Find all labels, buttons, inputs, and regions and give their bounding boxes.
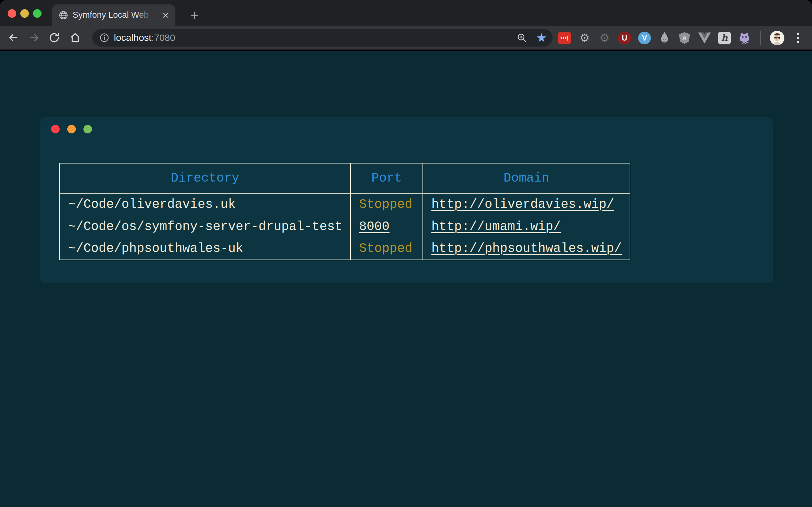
domain-link[interactable]: http://oliverdavies.wip/ [432, 198, 614, 212]
table-header-row: Directory Port Domain [60, 163, 630, 193]
column-header-domain: Domain [423, 163, 630, 193]
terminal-dots [51, 125, 92, 133]
directory-cell: ~/Code/oliverdavies.uk [60, 193, 351, 216]
url-host: localhost [114, 32, 151, 43]
forward-button[interactable] [27, 31, 41, 45]
directory-cell: ~/Code/os/symfony-server-drupal-test [60, 216, 351, 238]
address-bar[interactable]: localhost:7080 ★ [92, 29, 553, 47]
window-controls [8, 9, 42, 18]
url-port: :7080 [151, 32, 175, 43]
terminal-card: Directory Port Domain ~/Code/oliverdavie… [40, 117, 773, 283]
home-button[interactable] [68, 31, 82, 45]
lastpass-extension-icon[interactable]: •••| [558, 32, 571, 44]
zoom-icon[interactable] [516, 32, 527, 43]
table-row: ~/Code/os/symfony-server-drupal-test 800… [60, 216, 630, 238]
site-info-icon[interactable] [99, 33, 109, 43]
table-row: ~/Code/oliverdavies.uk Stopped http://ol… [60, 193, 630, 216]
tab-close-icon[interactable] [160, 10, 171, 20]
toolbar: localhost:7080 ★ •••| ⚙ ⚙ U V [0, 26, 812, 50]
angular-extension-icon[interactable]: A [678, 32, 691, 44]
browser-menu-kebab-icon[interactable] [792, 33, 804, 43]
url-text[interactable]: localhost:7080 [114, 32, 175, 43]
column-header-port: Port [351, 163, 423, 193]
tab-title-fade [136, 4, 158, 26]
table-row: ~/Code/phpsouthwales-uk Stopped http://p… [60, 238, 630, 260]
gear-dim-extension-icon[interactable]: ⚙ [598, 32, 611, 44]
directory-cell: ~/Code/phpsouthwales-uk [60, 238, 351, 260]
browser-tab[interactable]: Symfony Local Web Server: Prox [52, 4, 175, 26]
svg-text:A: A [682, 34, 687, 41]
page-content: sf Local Server Directory Port Domain [0, 51, 812, 507]
new-tab-button[interactable] [189, 9, 201, 21]
servers-table: Directory Port Domain ~/Code/oliverdavie… [59, 163, 630, 260]
extensions-row: •••| ⚙ ⚙ U V A [558, 26, 804, 50]
hypothesis-extension-icon[interactable]: h [718, 32, 731, 44]
gear-extension-icon[interactable]: ⚙ [578, 32, 591, 44]
ublock-extension-icon[interactable]: U [618, 32, 631, 44]
browser-window: Symfony Local Web Server: Prox [0, 0, 812, 507]
column-header-directory: Directory [60, 163, 351, 193]
bookmark-star-icon[interactable]: ★ [536, 32, 547, 44]
profile-avatar[interactable] [770, 31, 784, 45]
octocat-extension-icon[interactable] [738, 32, 751, 44]
globe-favicon-icon [59, 10, 68, 20]
toolbar-divider [760, 31, 761, 45]
port-link[interactable]: 8000 [359, 220, 390, 234]
back-button[interactable] [6, 31, 20, 45]
port-status-cell: Stopped [351, 238, 423, 260]
domain-link[interactable]: http://phpsouthwales.wip/ [432, 241, 622, 256]
terminal-green-dot [84, 125, 92, 133]
terminal-orange-dot [67, 125, 76, 133]
domain-link[interactable]: http://umami.wip/ [432, 220, 561, 234]
window-minimize-button[interactable] [20, 9, 29, 18]
vimium-extension-icon[interactable]: V [638, 32, 651, 44]
port-status-cell: Stopped [351, 193, 423, 216]
terminal-red-dot [51, 125, 60, 133]
tab-strip: Symfony Local Web Server: Prox [0, 0, 812, 26]
drupal-extension-icon[interactable] [658, 32, 671, 44]
reload-button[interactable] [47, 31, 61, 45]
window-zoom-button[interactable] [33, 9, 42, 18]
vue-extension-icon[interactable] [698, 32, 711, 44]
window-close-button[interactable] [8, 9, 16, 18]
